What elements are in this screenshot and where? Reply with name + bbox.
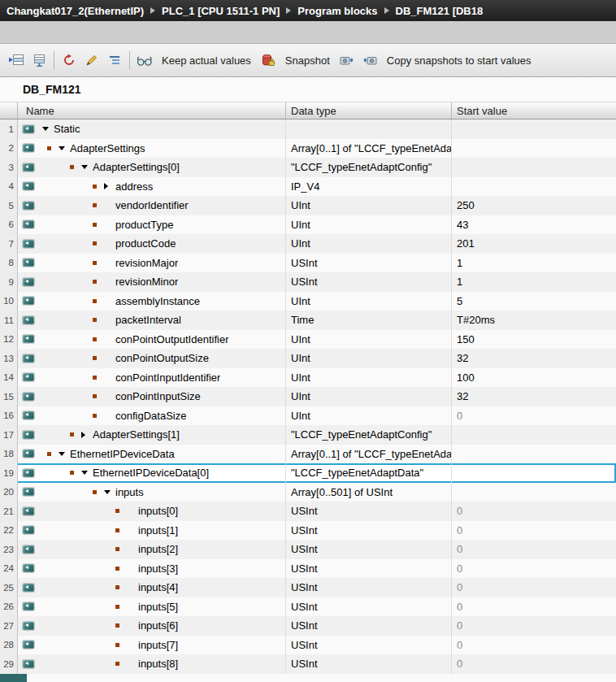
type-cell[interactable]: "LCCF_typeEnetAdaptData" (286, 463, 452, 483)
row-number[interactable]: 18 (0, 445, 18, 464)
expand-arrow-slot[interactable] (59, 452, 70, 456)
row-number[interactable]: 2 (0, 139, 18, 159)
value-cell[interactable] (452, 463, 616, 483)
expand-arrow-slot[interactable] (59, 146, 70, 150)
table-row[interactable]: 1 Static (0, 119, 616, 139)
table-row[interactable]: 20 inputs Array[0..501] of USInt (0, 483, 616, 502)
row-number[interactable]: 28 (0, 636, 18, 655)
table-row[interactable]: 24 inputs[3] USInt 0 (0, 559, 616, 579)
type-cell[interactable]: Array[0..1] of "LCCF_typeEnetAdaptDat... (286, 445, 452, 464)
table-row[interactable]: 9 revisionMinor USInt 1 (0, 272, 616, 292)
row-number[interactable]: 14 (0, 368, 18, 388)
name-cell[interactable]: inputs[0] (39, 502, 286, 521)
name-cell[interactable]: AdapterSettings[1] (39, 425, 286, 445)
type-cell[interactable]: UInt (286, 406, 452, 426)
breadcrumb-item-db[interactable]: DB_FM121 [DB18 (396, 5, 484, 17)
row-name[interactable]: inputs[8] (138, 658, 178, 670)
table-row[interactable]: 11 packetInterval Time T#20ms (0, 311, 616, 330)
expand-arrow[interactable] (104, 183, 108, 189)
value-cell[interactable]: 150 (452, 330, 616, 350)
row-name[interactable]: revisionMinor (115, 276, 178, 288)
expand-arrow-slot[interactable] (81, 471, 93, 475)
name-cell[interactable]: packetInterval (39, 311, 286, 330)
row-number[interactable]: 29 (0, 654, 18, 674)
copy-snapshot-icon-2[interactable] (359, 50, 380, 71)
name-cell[interactable]: vendorIdentifier (39, 196, 286, 215)
name-cell[interactable]: address (39, 177, 286, 197)
type-cell[interactable]: USInt (286, 597, 452, 617)
type-cell[interactable]: USInt (286, 521, 452, 541)
type-cell[interactable]: "LCCF_typeEnetAdaptConfig" (286, 158, 452, 177)
row-name[interactable]: assemblyInstance (115, 295, 200, 307)
expand-arrow-slot[interactable] (42, 127, 54, 131)
type-cell[interactable]: UInt (286, 349, 452, 368)
value-cell[interactable]: 0 (452, 578, 616, 597)
row-number[interactable]: 16 (0, 406, 18, 426)
keep-actual-values-button[interactable]: Keep actual values (156, 54, 257, 67)
name-cell[interactable]: conPointInputIdentifier (39, 368, 286, 388)
row-number[interactable]: 17 (0, 425, 18, 445)
type-cell[interactable]: USInt (286, 636, 452, 655)
row-number[interactable]: 19 (0, 463, 18, 483)
row-name[interactable]: inputs[6] (138, 619, 178, 632)
name-cell[interactable]: AdapterSettings (39, 139, 286, 159)
copy-snapshots-to-start-values-button[interactable]: Copy snapshots to start values (381, 54, 537, 67)
expand-arrow[interactable] (42, 127, 49, 131)
expand-arrow-slot[interactable] (104, 490, 115, 494)
type-cell[interactable]: Array[0..501] of USInt (286, 483, 452, 502)
expand-arrow[interactable] (81, 471, 88, 475)
breadcrumb-item-program-blocks[interactable]: Program blocks (297, 5, 377, 17)
type-cell[interactable]: UInt (286, 234, 452, 254)
row-number[interactable]: 11 (0, 311, 18, 330)
row-name[interactable]: AdapterSettings (70, 142, 145, 154)
name-cell[interactable]: inputs[8] (39, 654, 286, 674)
table-row[interactable]: 19 EthernetIPDeviceData[0] "LCCF_typeEne… (0, 463, 616, 483)
table-row[interactable]: 23 inputs[2] USInt 0 (0, 540, 616, 559)
row-name[interactable]: vendorIdentifier (115, 199, 189, 211)
row-name[interactable]: productType (115, 219, 174, 231)
table-row[interactable]: 25 inputs[4] USInt 0 (0, 578, 616, 597)
row-number[interactable]: 8 (0, 254, 18, 273)
expand-list-icon[interactable] (104, 50, 125, 71)
name-cell[interactable]: revisionMajor (39, 254, 286, 273)
value-cell[interactable]: 1 (452, 254, 616, 273)
row-number[interactable]: 5 (0, 196, 18, 215)
type-cell[interactable]: IP_V4 (286, 177, 452, 197)
type-cell[interactable]: Time (286, 311, 452, 330)
snapshot-button[interactable]: Snapshot (280, 54, 336, 67)
name-cell[interactable]: inputs[7] (39, 636, 286, 655)
value-cell[interactable]: 0 (452, 636, 616, 655)
name-cell[interactable]: revisionMinor (39, 272, 286, 292)
row-name[interactable]: address (115, 180, 153, 193)
row-name[interactable]: inputs[0] (138, 505, 178, 517)
value-cell[interactable]: 100 (452, 368, 616, 388)
value-cell[interactable]: 0 (452, 406, 616, 426)
table-row[interactable]: 26 inputs[5] USInt 0 (0, 597, 616, 617)
reset-start-values-icon[interactable] (59, 50, 80, 71)
value-cell[interactable] (452, 483, 616, 502)
name-cell[interactable]: inputs (39, 483, 286, 502)
value-cell[interactable] (452, 177, 616, 197)
row-number[interactable]: 3 (0, 158, 18, 177)
type-cell[interactable]: USInt (286, 540, 452, 559)
type-cell[interactable]: USInt (286, 272, 452, 292)
row-name[interactable]: inputs[5] (138, 601, 178, 613)
value-cell[interactable]: T#20ms (452, 311, 616, 330)
name-cell[interactable]: inputs[4] (39, 578, 286, 597)
type-cell[interactable]: UInt (286, 292, 452, 311)
value-cell[interactable]: 1 (452, 272, 616, 292)
name-cell[interactable]: EthernetIPDeviceData[0] (39, 463, 286, 483)
name-cell[interactable]: inputs[2] (39, 540, 286, 559)
row-number[interactable]: 9 (0, 272, 18, 292)
value-cell[interactable]: 0 (452, 502, 616, 521)
expand-arrow[interactable] (81, 432, 85, 438)
type-cell[interactable]: UInt (286, 330, 452, 350)
type-cell[interactable]: USInt (286, 502, 452, 521)
row-name[interactable]: conPointOutputSize (115, 352, 209, 364)
name-cell[interactable]: inputs[5] (39, 597, 286, 617)
name-cell[interactable]: inputs[3] (39, 559, 286, 579)
expand-arrow[interactable] (104, 490, 111, 494)
name-cell[interactable]: productCode (39, 234, 286, 254)
name-cell[interactable]: EthernetIPDeviceData (39, 445, 286, 464)
type-cell[interactable]: USInt (286, 559, 452, 579)
